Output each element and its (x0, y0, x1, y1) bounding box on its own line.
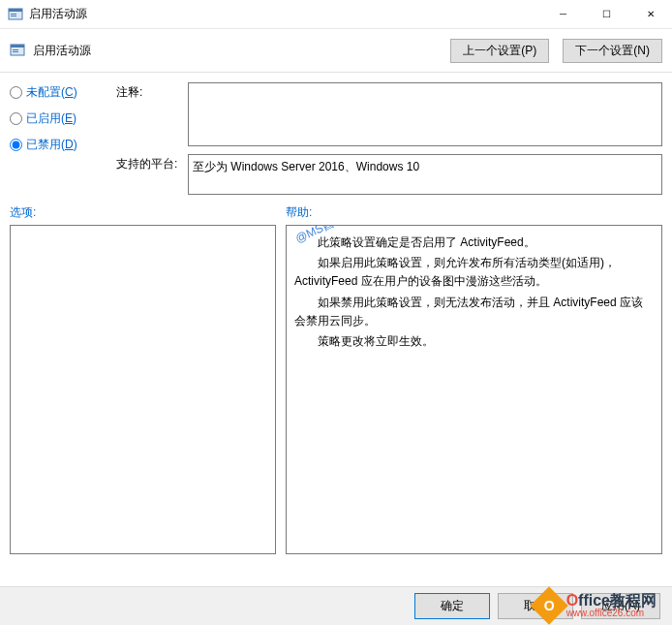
window-controls: ─ ☐ ✕ (541, 0, 672, 29)
radio-enabled-input[interactable] (10, 112, 22, 125)
policy-icon (10, 43, 25, 58)
help-line-2: 如果启用此策略设置，则允许发布所有活动类型(如适用)，ActivityFeed … (294, 254, 654, 291)
svg-rect-6 (13, 49, 18, 50)
ok-button[interactable]: 确定 (414, 593, 490, 619)
config-area: 未配置(C) 已启用(E) 已禁用(D) 注释: 支持的平台: 至少为 Wind… (0, 82, 672, 195)
fields-column: 注释: 支持的平台: 至少为 Windows Server 2016、Windo… (116, 82, 662, 195)
options-pane (10, 225, 276, 554)
close-button[interactable]: ✕ (628, 0, 672, 29)
titlebar: 启用活动源 ─ ☐ ✕ (0, 0, 672, 29)
help-line-1: 此策略设置确定是否启用了 ActivityFeed。 (294, 234, 654, 252)
radio-not-configured-input[interactable] (10, 86, 22, 99)
svg-rect-1 (9, 9, 22, 12)
comment-label: 注释: (116, 82, 182, 146)
radio-enabled[interactable]: 已启用(E) (10, 110, 107, 127)
panes: @MS酋长鉴Win10 此策略设置确定是否启用了 ActivityFeed。 如… (0, 225, 672, 554)
header-title: 启用活动源 (33, 43, 91, 59)
comment-row: 注释: (116, 82, 662, 146)
window-title: 启用活动源 (29, 6, 541, 22)
svg-rect-7 (13, 51, 18, 52)
radio-group: 未配置(C) 已启用(E) 已禁用(D) (10, 82, 107, 195)
previous-setting-button[interactable]: 上一个设置(P) (450, 39, 549, 63)
minimize-button[interactable]: ─ (541, 0, 585, 29)
svg-rect-3 (11, 16, 16, 16)
svg-rect-5 (11, 45, 24, 47)
options-label: 选项: (10, 204, 286, 221)
help-pane: @MS酋长鉴Win10 此策略设置确定是否启用了 ActivityFeed。 如… (286, 225, 662, 554)
radio-not-configured[interactable]: 未配置(C) (10, 84, 107, 101)
header-strip: 启用活动源 上一个设置(P) 下一个设置(N) (0, 29, 672, 72)
cancel-button[interactable]: 取消 (498, 593, 573, 619)
footer: 确定 取消 应用(A) (0, 586, 672, 625)
platform-textarea: 至少为 Windows Server 2016、Windows 10 (188, 154, 662, 195)
platform-label: 支持的平台: (116, 154, 182, 195)
radio-disabled[interactable]: 已禁用(D) (10, 137, 107, 153)
maximize-button[interactable]: ☐ (585, 0, 628, 29)
divider (0, 72, 672, 73)
lower-labels: 选项: 帮助: (0, 195, 672, 225)
svg-rect-2 (11, 14, 16, 15)
help-line-3: 如果禁用此策略设置，则无法发布活动，并且 ActivityFeed 应该会禁用云… (294, 294, 654, 330)
next-setting-button[interactable]: 下一个设置(N) (563, 39, 662, 63)
help-label: 帮助: (286, 204, 312, 221)
radio-disabled-input[interactable] (10, 139, 22, 151)
app-icon (8, 7, 23, 22)
platform-row: 支持的平台: 至少为 Windows Server 2016、Windows 1… (116, 154, 662, 195)
comment-textarea[interactable] (188, 82, 662, 146)
help-line-4: 策略更改将立即生效。 (294, 332, 654, 351)
apply-button[interactable]: 应用(A) (581, 593, 660, 619)
